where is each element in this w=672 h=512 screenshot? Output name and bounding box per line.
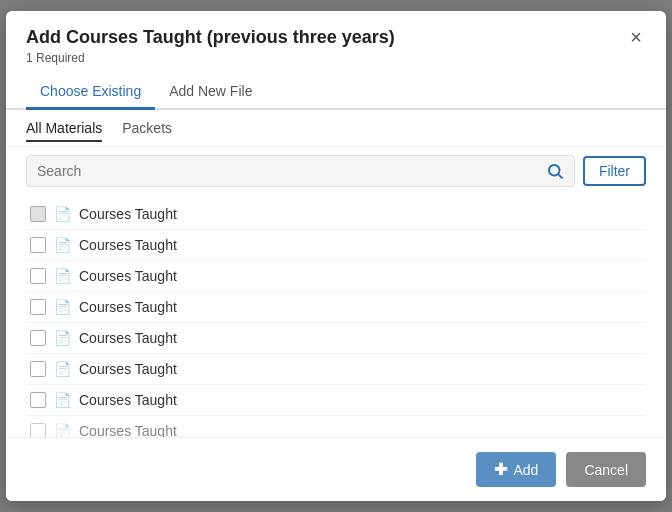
tab-add-new-file[interactable]: Add New File	[155, 75, 266, 110]
modal-overlay: Add Courses Taught (previous three years…	[0, 0, 672, 512]
item-label: Courses Taught	[79, 299, 177, 315]
item-label: Courses Taught	[79, 392, 177, 408]
item-checkbox[interactable]	[30, 237, 46, 253]
item-label: Courses Taught	[79, 423, 177, 437]
sub-tab-all-materials[interactable]: All Materials	[26, 120, 102, 142]
item-checkbox[interactable]	[30, 361, 46, 377]
list-item[interactable]: 📄 Courses Taught	[26, 354, 646, 385]
file-icon: 📄	[54, 268, 71, 284]
list-item[interactable]: 📄 Courses Taught	[26, 323, 646, 354]
file-icon: 📄	[54, 206, 71, 222]
file-list: 📄 Courses Taught 📄 Courses Taught 📄 Cour…	[6, 195, 666, 437]
sub-tab-bar: All Materials Packets	[6, 110, 666, 147]
item-checkbox[interactable]	[30, 330, 46, 346]
list-item[interactable]: 📄 Courses Taught	[26, 199, 646, 230]
file-icon: 📄	[54, 299, 71, 315]
search-icon	[546, 162, 564, 180]
add-label: Add	[513, 462, 538, 478]
list-item[interactable]: 📄 Courses Taught	[26, 385, 646, 416]
item-label: Courses Taught	[79, 206, 177, 222]
item-checkbox[interactable]	[30, 423, 46, 437]
modal-subtitle: 1 Required	[26, 51, 395, 65]
item-checkbox[interactable]	[30, 206, 46, 222]
item-label: Courses Taught	[79, 330, 177, 346]
add-icon: ✚	[494, 460, 507, 479]
tab-bar: Choose Existing Add New File	[6, 75, 666, 110]
cancel-button[interactable]: Cancel	[566, 452, 646, 487]
list-item[interactable]: 📄 Courses Taught	[26, 292, 646, 323]
file-icon: 📄	[54, 330, 71, 346]
item-checkbox[interactable]	[30, 299, 46, 315]
sub-tab-packets[interactable]: Packets	[122, 120, 172, 142]
list-item[interactable]: 📄 Courses Taught	[26, 230, 646, 261]
svg-line-1	[558, 174, 562, 178]
item-label: Courses Taught	[79, 268, 177, 284]
search-input[interactable]	[37, 163, 538, 179]
item-label: Courses Taught	[79, 361, 177, 377]
file-icon: 📄	[54, 423, 71, 437]
modal-header: Add Courses Taught (previous three years…	[6, 11, 666, 75]
modal-title-area: Add Courses Taught (previous three years…	[26, 27, 395, 65]
list-item[interactable]: 📄 Courses Taught	[26, 416, 646, 437]
item-checkbox[interactable]	[30, 268, 46, 284]
file-icon: 📄	[54, 392, 71, 408]
svg-point-0	[549, 165, 560, 176]
search-area	[26, 155, 575, 187]
modal-title: Add Courses Taught (previous three years…	[26, 27, 395, 48]
modal-dialog: Add Courses Taught (previous three years…	[6, 11, 666, 501]
item-label: Courses Taught	[79, 237, 177, 253]
tab-choose-existing[interactable]: Choose Existing	[26, 75, 155, 110]
search-button[interactable]	[546, 162, 564, 180]
add-button[interactable]: ✚ Add	[476, 452, 556, 487]
file-icon: 📄	[54, 237, 71, 253]
modal-footer: ✚ Add Cancel	[6, 437, 666, 501]
file-icon: 📄	[54, 361, 71, 377]
list-item[interactable]: 📄 Courses Taught	[26, 261, 646, 292]
filter-button[interactable]: Filter	[583, 156, 646, 186]
item-checkbox[interactable]	[30, 392, 46, 408]
close-button[interactable]: ×	[626, 27, 646, 47]
